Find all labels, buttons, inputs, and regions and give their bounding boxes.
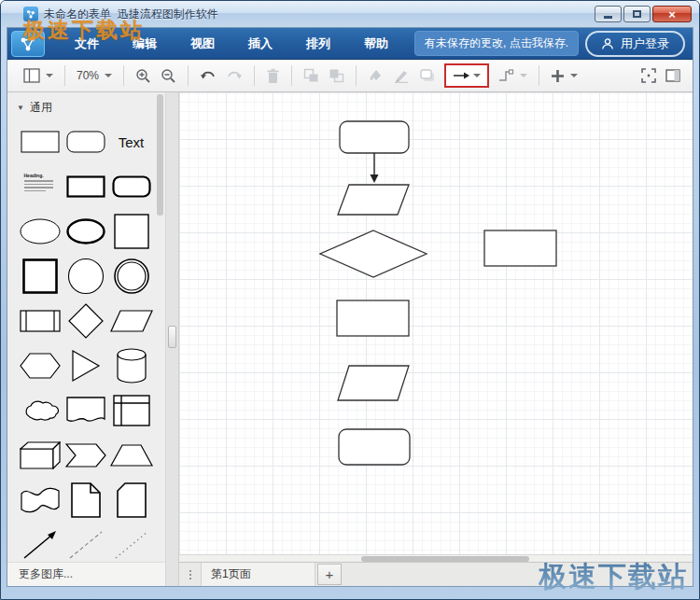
shadow-icon <box>419 68 436 83</box>
insert-button[interactable] <box>546 65 582 87</box>
canvas-rectangle-side <box>484 230 556 266</box>
shape-text[interactable]: Text <box>108 120 154 163</box>
user-login-button[interactable]: 用户登录 <box>585 31 685 57</box>
shape-square-bold[interactable] <box>17 255 63 298</box>
shape-rounded-rectangle-bold[interactable] <box>108 165 154 208</box>
to-back-button[interactable] <box>324 64 349 87</box>
palette-section-general[interactable]: ▼ 通用 <box>7 92 165 119</box>
to-front-button[interactable] <box>299 64 324 87</box>
text-shape-label: Text <box>119 134 145 150</box>
fill-color-button[interactable] <box>363 64 388 87</box>
page-tab-label: 第1页面 <box>211 566 251 582</box>
shape-rounded-rectangle[interactable] <box>63 120 108 163</box>
menu-help[interactable]: 帮助 <box>352 30 400 58</box>
user-icon <box>601 37 614 50</box>
shadow-button[interactable] <box>414 64 441 87</box>
fullscreen-button[interactable] <box>637 64 661 87</box>
chevron-down-icon <box>473 74 481 77</box>
arrow-right-icon <box>453 70 471 81</box>
shape-parallelogram[interactable] <box>108 300 154 342</box>
shape-circle[interactable] <box>63 255 108 298</box>
close-icon: × <box>668 7 676 21</box>
shape-dotted-line[interactable] <box>108 523 154 566</box>
send-to-back-icon <box>329 68 344 83</box>
line-color-button[interactable] <box>388 64 414 87</box>
connection-arrow-button[interactable] <box>444 63 489 88</box>
pages-menu-button[interactable] <box>179 563 202 586</box>
zoom-out-button[interactable] <box>156 64 181 88</box>
shape-dashed-line[interactable] <box>63 523 108 566</box>
menu-arrange[interactable]: 排列 <box>294 30 343 58</box>
toolbar-separator <box>188 65 189 86</box>
hscrollbar-thumb[interactable] <box>361 556 529 562</box>
more-shapes-button[interactable]: 更多图库... <box>7 562 165 586</box>
canvas-parallelogram-1 <box>338 185 409 215</box>
shape-trapezoid[interactable] <box>108 434 154 477</box>
shape-ellipse[interactable] <box>17 210 63 253</box>
shape-tape[interactable] <box>17 479 63 522</box>
shape-textbox[interactable]: Heading. <box>17 165 63 208</box>
collapse-arrow-icon: ▼ <box>17 104 24 112</box>
shape-square[interactable] <box>108 210 154 253</box>
toolbar-separator <box>539 65 539 86</box>
elbow-connector-icon <box>497 68 514 83</box>
redo-button[interactable] <box>221 65 247 86</box>
format-panel-button[interactable] <box>661 65 685 86</box>
canvas-connector-arrow <box>371 153 379 183</box>
palette-section-title: 通用 <box>30 100 52 116</box>
shape-rectangle[interactable] <box>17 120 63 163</box>
canvas-parallelogram-2 <box>338 366 409 400</box>
shape-internal-storage[interactable] <box>108 389 154 432</box>
undo-button[interactable] <box>195 65 221 86</box>
app-window: 未命名的表单 迅捷流程图制作软件 × 文件 编辑 视图 插入 排列 帮助 有未保… <box>0 0 700 600</box>
shape-process[interactable] <box>17 300 63 342</box>
toolbar-separator <box>254 65 255 86</box>
fit-page-icon <box>641 68 656 83</box>
chevron-down-icon <box>520 74 527 77</box>
unsaved-changes-button[interactable]: 有未保存的更改, 点击我保存. <box>414 31 579 56</box>
shape-hexagon[interactable] <box>17 344 63 387</box>
close-button[interactable]: × <box>652 6 692 22</box>
shape-document[interactable] <box>63 389 108 432</box>
shape-ellipse-bold[interactable] <box>63 210 108 253</box>
waypoint-style-button[interactable] <box>493 64 532 87</box>
splitter-handle-icon[interactable] <box>168 326 176 348</box>
maximize-icon <box>633 10 641 18</box>
shape-directional-arrow[interactable] <box>17 523 63 566</box>
zoom-in-button[interactable] <box>131 64 156 88</box>
zoom-out-icon <box>161 68 176 84</box>
chevron-down-icon <box>105 74 112 77</box>
zoom-level-button[interactable]: 70% <box>72 65 117 86</box>
vertical-dots-icon <box>189 570 191 579</box>
shape-cube[interactable] <box>17 434 63 477</box>
menu-insert[interactable]: 插入 <box>236 30 285 58</box>
watermark-top: 极速下载站 <box>23 16 145 45</box>
page-tab-1[interactable]: 第1页面 <box>202 563 315 586</box>
heading-label: Heading. <box>24 174 56 178</box>
sidebar-scrollbar[interactable] <box>157 94 163 216</box>
shape-cylinder[interactable] <box>108 344 154 387</box>
minimize-icon <box>604 16 612 19</box>
shape-step[interactable] <box>63 434 108 477</box>
format-panel-icon <box>665 69 680 82</box>
minimize-button[interactable] <box>595 6 622 22</box>
shape-circle-double[interactable] <box>108 255 154 298</box>
add-page-button[interactable]: + <box>317 564 342 585</box>
shape-triangle[interactable] <box>63 344 108 387</box>
delete-button[interactable] <box>261 64 285 88</box>
sidebar-splitter[interactable] <box>166 92 179 586</box>
maximize-button[interactable] <box>623 6 651 22</box>
shape-cloud[interactable] <box>17 389 63 432</box>
shape-diamond[interactable] <box>63 300 108 342</box>
fill-color-icon <box>368 68 384 83</box>
chevron-down-icon <box>570 74 578 77</box>
shape-card[interactable] <box>108 479 154 522</box>
shape-rectangle-bold[interactable] <box>63 165 108 208</box>
shape-note[interactable] <box>63 479 108 522</box>
menu-view[interactable]: 视图 <box>178 30 227 58</box>
chevron-down-icon <box>46 74 53 77</box>
flowchart-drawing <box>179 92 696 558</box>
panel-layout-button[interactable] <box>19 64 58 87</box>
trash-icon <box>266 68 280 84</box>
drawing-canvas[interactable] <box>179 92 693 554</box>
